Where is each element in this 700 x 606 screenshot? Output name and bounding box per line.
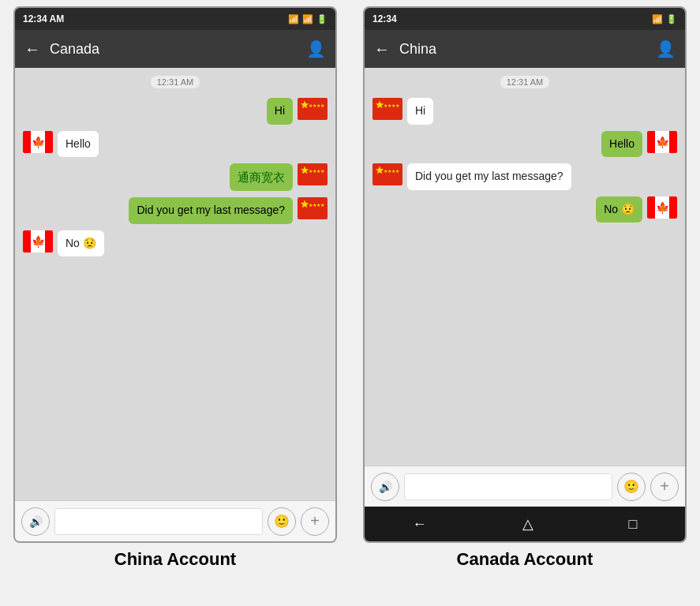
battery-icon: 🔋 [316, 14, 328, 24]
right-emoji-button[interactable]: 🙂 [617, 473, 646, 501]
android-recents-button[interactable]: □ [629, 516, 638, 533]
signal-icon: 📶 [302, 14, 313, 24]
left-phone-wrapper: 12:34 AM 📶 📶 🔋 ← Canada 👤 12:31 AM [1, 6, 350, 570]
right-voice-button[interactable]: 🔊 [371, 473, 399, 501]
right-time: 12:34 [372, 13, 397, 24]
right-chat-area: 12:31 AM ★ Hi 🍁 Hello [365, 68, 685, 466]
left-msg-4: ★ Did you get my last message? [23, 197, 328, 224]
left-flag-china-4: ★ [298, 197, 328, 219]
emoji-icon: 🙂 [274, 514, 290, 529]
left-back-button[interactable]: ← [24, 40, 40, 58]
left-plus-button[interactable]: + [301, 507, 329, 536]
right-status-bar: 12:34 📶 🔋 [365, 8, 685, 30]
right-canada-leaf-2: 🍁 [656, 136, 669, 148]
voice-icon: 🔊 [29, 515, 43, 528]
left-msg-2: 🍁 Hello [23, 131, 328, 158]
right-person-icon[interactable]: 👤 [656, 39, 676, 58]
wifi-icon: 📶 [288, 14, 299, 24]
left-flag-china-3: ★ [298, 163, 328, 185]
right-timestamp: 12:31 AM [500, 76, 549, 88]
plus-icon: + [310, 512, 320, 530]
right-msg-1: ★ Hi [372, 98, 677, 125]
right-flag-canada-2: 🍁 [647, 131, 677, 153]
android-home-button[interactable]: △ [522, 515, 533, 533]
right-signal-icon: 📶 [652, 14, 663, 24]
right-emoji-icon: 🙂 [623, 479, 639, 494]
right-voice-icon: 🔊 [379, 481, 392, 493]
china-star-big-3: ★ [300, 198, 309, 210]
right-battery-icon: 🔋 [666, 14, 677, 24]
right-nav-bar: ← China 👤 [365, 30, 685, 68]
right-input-bar: 🔊 🙂 + [365, 466, 685, 507]
right-flag-canada-4: 🍁 [647, 196, 677, 219]
right-flag-china-1: ★ [372, 98, 402, 120]
right-text-input[interactable] [404, 473, 612, 500]
right-nav-title: China [399, 41, 656, 58]
right-plus-button[interactable]: + [650, 473, 679, 501]
canada-leaf-icon-2: 🍁 [32, 235, 45, 248]
left-phone-label: China Account [114, 549, 236, 570]
left-flag-canada-5: 🍁 [23, 230, 53, 252]
left-chat-area: 12:31 AM ★ Hi 🍁 Hello [15, 68, 335, 500]
china-star-big: ★ [300, 99, 309, 110]
left-bubble-4: Did you get my last message? [129, 197, 293, 224]
right-flag-china-3: ★ [372, 163, 402, 185]
right-plus-icon: + [660, 477, 669, 496]
china-star-right-3: ★ [375, 164, 384, 176]
left-input-bar: 🔊 🙂 + [15, 500, 335, 541]
right-msg-2: 🍁 Hello [372, 131, 677, 158]
canada-leaf-icon: 🍁 [32, 136, 45, 148]
left-msg-1: ★ Hi [23, 98, 328, 125]
china-star-big-2: ★ [300, 164, 309, 176]
left-bubble-3: 通商宽衣 [230, 163, 293, 191]
left-bubble-2: Hello [58, 131, 99, 158]
right-bubble-4: No 😟 [596, 196, 642, 223]
left-person-icon[interactable]: 👤 [306, 39, 326, 58]
left-nav-title: Canada [50, 41, 306, 58]
left-nav-bar: ← Canada 👤 [15, 30, 335, 68]
left-phone: 12:34 AM 📶 📶 🔋 ← Canada 👤 12:31 AM [13, 6, 337, 543]
left-msg-3: ★ 通商宽衣 [23, 163, 328, 191]
left-text-input[interactable] [54, 508, 263, 535]
right-phone: 12:34 📶 🔋 ← China 👤 12:31 AM ★ [363, 6, 687, 543]
phones-row: 12:34 AM 📶 📶 🔋 ← Canada 👤 12:31 AM [0, 0, 700, 570]
right-back-button[interactable]: ← [374, 40, 390, 58]
right-bubble-2: Hello [601, 131, 642, 158]
right-bubble-1: Hi [407, 98, 433, 125]
right-msg-4: 🍁 No 😟 [372, 196, 677, 223]
left-flag-china-1: ★ [298, 98, 328, 120]
left-bubble-1: Hi [267, 98, 293, 125]
right-android-nav: ← △ □ [365, 507, 685, 541]
right-canada-leaf-4: 🍁 [656, 201, 669, 214]
right-phone-wrapper: 12:34 📶 🔋 ← China 👤 12:31 AM ★ [350, 6, 700, 570]
left-voice-button[interactable]: 🔊 [21, 507, 50, 536]
right-bubble-3: Did you get my last message? [407, 163, 571, 190]
left-emoji-button[interactable]: 🙂 [268, 507, 296, 536]
left-msg-5: 🍁 No 😟 [23, 230, 328, 257]
left-timestamp: 12:31 AM [151, 76, 200, 88]
china-star-right-1: ★ [375, 99, 384, 110]
right-phone-label: Canada Account [457, 549, 593, 570]
android-back-button[interactable]: ← [413, 516, 427, 533]
left-status-bar: 12:34 AM 📶 📶 🔋 [15, 8, 335, 30]
right-status-icons: 📶 🔋 [652, 14, 677, 24]
left-status-icons: 📶 📶 🔋 [288, 14, 328, 24]
right-msg-3: ★ Did you get my last message? [372, 163, 677, 190]
left-flag-canada-2: 🍁 [23, 131, 53, 153]
left-time: 12:34 AM [23, 13, 64, 24]
left-bubble-5: No 😟 [58, 230, 104, 257]
